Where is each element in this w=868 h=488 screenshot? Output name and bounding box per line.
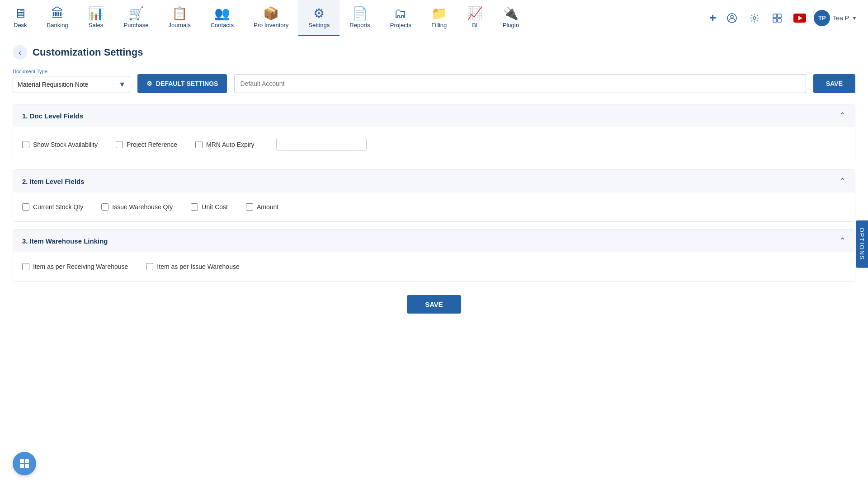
nav-label-bi: BI — [472, 22, 477, 28]
show-stock-label: Show Stock Availability — [33, 141, 98, 148]
nav-item-plugin[interactable]: Plugin — [493, 0, 529, 36]
issue-warehouse-qty-checkbox[interactable] — [101, 203, 108, 211]
nav-item-reports[interactable]: Reports — [340, 0, 380, 36]
user-menu[interactable]: TP Tea P ▼ — [814, 10, 857, 26]
current-stock-qty-checkbox[interactable] — [22, 203, 29, 211]
unit-cost-checkbox[interactable] — [191, 203, 198, 211]
nav-item-filling[interactable]: Filling — [421, 0, 457, 36]
nav-item-sales[interactable]: Sales — [78, 0, 114, 36]
nav-item-contacts[interactable]: Contacts — [201, 0, 244, 36]
nav-item-projects[interactable]: Projects — [380, 0, 421, 36]
document-type-select-wrap: Material Requisition Note ▼ — [13, 76, 130, 93]
svg-rect-6 — [778, 19, 781, 22]
nav-item-settings[interactable]: Settings — [298, 0, 340, 36]
user-settings-icon[interactable] — [723, 9, 741, 27]
current-stock-qty-label: Current Stock Qty — [33, 203, 83, 211]
default-account-input[interactable] — [234, 74, 806, 93]
nav-label-sales: Sales — [89, 22, 104, 28]
default-settings-label: DEFAULT SETTINGS — [156, 80, 218, 87]
checkbox-project-ref[interactable]: Project Reference — [116, 141, 177, 148]
gear-settings-icon[interactable] — [746, 9, 763, 27]
add-button[interactable]: + — [709, 11, 716, 25]
back-button[interactable]: ‹ — [13, 45, 27, 60]
unit-cost-label: Unit Cost — [202, 203, 228, 211]
project-ref-checkbox[interactable] — [116, 141, 123, 148]
nav-item-journals[interactable]: Journals — [159, 0, 201, 36]
save-bottom-row: SAVE — [13, 295, 855, 314]
collapse-icon-2: ⌃ — [839, 176, 846, 186]
svg-rect-9 — [20, 459, 24, 463]
nav-item-proinventory[interactable]: Pro Inventory — [244, 0, 298, 36]
nav-item-banking[interactable]: Banking — [37, 0, 78, 36]
desk-icon — [14, 6, 27, 21]
nav-label-contacts: Contacts — [211, 22, 234, 28]
item-issue-checkbox[interactable] — [146, 263, 153, 270]
nav-label-desk: Desk — [14, 22, 27, 28]
gear-icon: ⚙ — [146, 80, 152, 87]
section-item-warehouse-body: Item as per Receiving Warehouse Item as … — [13, 252, 855, 281]
youtube-icon[interactable] — [791, 9, 808, 27]
nav-label-reports: Reports — [349, 22, 370, 28]
checkbox-issue-warehouse-qty[interactable]: Issue Warehouse Qty — [101, 203, 173, 211]
checkbox-item-issue[interactable]: Item as per Issue Warehouse — [146, 263, 239, 270]
nav-label-plugin: Plugin — [503, 22, 519, 28]
save-button-top[interactable]: SAVE — [813, 74, 855, 93]
section-item-warehouse-title: 3. Item Warehouse Linking — [22, 237, 108, 245]
plugin-icon — [503, 6, 519, 21]
item-level-fields-row: Current Stock Qty Issue Warehouse Qty Un… — [22, 203, 846, 211]
section-item-level-title: 2. Item Level Fields — [22, 178, 85, 185]
sales-icon — [88, 6, 104, 21]
purchase-icon — [128, 6, 144, 21]
collapse-icon-3: ⌃ — [839, 236, 846, 246]
main-content: ‹ Customization Settings Document Type M… — [0, 36, 868, 488]
user-name: Tea P — [833, 14, 849, 22]
show-stock-checkbox[interactable] — [22, 141, 29, 148]
section-doc-level-title: 1. Doc Level Fields — [22, 112, 83, 120]
options-tab[interactable]: OPTIONS — [856, 221, 868, 268]
section-doc-level-header[interactable]: 1. Doc Level Fields ⌃ — [13, 104, 855, 127]
nav-items: Desk Banking Sales Purchase Journals Con… — [4, 0, 709, 36]
svg-point-1 — [731, 15, 733, 18]
svg-rect-11 — [20, 464, 24, 468]
grid-apps-icon[interactable] — [769, 9, 786, 27]
nav-item-bi[interactable]: BI — [457, 0, 493, 36]
collapse-icon: ⌃ — [839, 111, 846, 121]
default-settings-button[interactable]: ⚙ DEFAULT SETTINGS — [137, 74, 227, 93]
checkbox-item-receiving[interactable]: Item as per Receiving Warehouse — [22, 263, 128, 270]
topnav-right: + — [709, 9, 864, 27]
mrn-expiry-label: MRN Auto Expiry — [206, 141, 255, 148]
item-receiving-label: Item as per Receiving Warehouse — [33, 263, 128, 270]
banking-icon — [51, 6, 64, 21]
project-ref-label: Project Reference — [127, 141, 177, 148]
document-type-select[interactable]: Material Requisition Note — [13, 76, 130, 93]
page-title: Customization Settings — [33, 47, 143, 58]
item-warehouse-fields-row: Item as per Receiving Warehouse Item as … — [22, 263, 846, 270]
svg-rect-5 — [773, 19, 777, 22]
checkbox-mrn-expiry[interactable]: MRN Auto Expiry — [195, 141, 255, 148]
nav-item-purchase[interactable]: Purchase — [114, 0, 159, 36]
svg-rect-4 — [778, 14, 781, 18]
filling-icon — [431, 6, 447, 21]
nav-label-proinventory: Pro Inventory — [254, 22, 288, 28]
section-item-level-header[interactable]: 2. Item Level Fields ⌃ — [13, 170, 855, 192]
save-button-bottom[interactable]: SAVE — [407, 295, 461, 314]
nav-label-filling: Filling — [431, 22, 447, 28]
section-item-level: 2. Item Level Fields ⌃ Current Stock Qty… — [13, 169, 855, 222]
amount-checkbox[interactable] — [246, 203, 253, 211]
item-receiving-checkbox[interactable] — [22, 263, 29, 270]
checkbox-unit-cost[interactable]: Unit Cost — [191, 203, 228, 211]
checkbox-current-stock-qty[interactable]: Current Stock Qty — [22, 203, 83, 211]
checkbox-show-stock[interactable]: Show Stock Availability — [22, 141, 98, 148]
issue-warehouse-qty-label: Issue Warehouse Qty — [112, 203, 173, 211]
controls-inner: Document Type Material Requisition Note … — [13, 69, 855, 93]
projects-icon — [394, 6, 407, 21]
user-chevron-icon: ▼ — [852, 15, 857, 21]
mrn-expiry-checkbox[interactable] — [195, 141, 203, 148]
contacts-icon — [214, 6, 230, 21]
checkbox-amount[interactable]: Amount — [246, 203, 278, 211]
mrn-expiry-value-input[interactable] — [276, 138, 367, 151]
nav-item-desk[interactable]: Desk — [4, 0, 37, 36]
grid-launcher-button[interactable] — [13, 452, 36, 475]
svg-rect-10 — [25, 459, 29, 463]
section-item-warehouse-header[interactable]: 3. Item Warehouse Linking ⌃ — [13, 230, 855, 252]
